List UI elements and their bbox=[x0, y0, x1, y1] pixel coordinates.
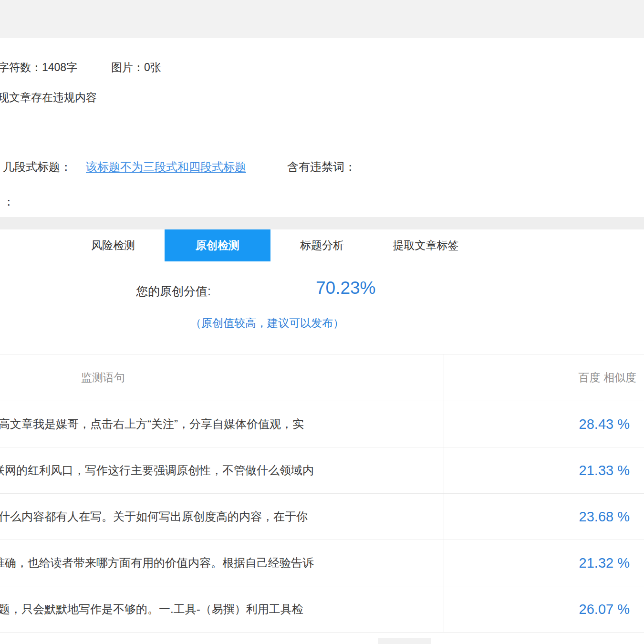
originality-score-value: 70.23% bbox=[316, 278, 376, 298]
similarity-value: 23.68 % bbox=[442, 509, 644, 525]
table-row: 题，只会默默地写作是不够的。一.工具-（易撰）利用工具检 26.07 % bbox=[0, 586, 644, 633]
table-column-divider bbox=[444, 354, 444, 632]
title-analysis-row: 几段式标题： 该标题不为三段式和四段式标题 含有违禁词： bbox=[0, 159, 644, 174]
forbidden-words-label: 含有违禁词： bbox=[287, 159, 356, 175]
top-bar bbox=[0, 0, 644, 38]
violation-status-text: 现文章存在违规内容 bbox=[0, 90, 97, 105]
similarity-value: 28.43 % bbox=[442, 416, 644, 432]
detection-tabs: 风险检测 原创检测 标题分析 提取文章标签 bbox=[0, 229, 644, 261]
tab-originality-detection[interactable]: 原创检测 bbox=[165, 229, 270, 261]
col-header-baidu-similarity: 百度 相似度 bbox=[444, 370, 644, 385]
title-format-label: 几段式标题： bbox=[3, 159, 72, 175]
truncated-field-label: ： bbox=[3, 194, 14, 209]
similarity-value: 26.07 % bbox=[442, 602, 644, 617]
tab-risk-detection[interactable]: 风险检测 bbox=[73, 229, 154, 261]
char-count-label: 字符数：1408字 bbox=[0, 60, 77, 75]
sentence-text: 题，只会默默地写作是不够的。一.工具-（易撰）利用工具检 bbox=[0, 602, 442, 617]
similarity-value: 21.32 % bbox=[437, 555, 644, 571]
table-row: 联网的红利风口，写作这行主要强调原创性，不管做什么领域内 21.33 % bbox=[0, 447, 644, 494]
tab-title-analysis[interactable]: 标题分析 bbox=[281, 229, 363, 261]
partial-bottom-element bbox=[378, 638, 431, 644]
tab-extract-article-tags[interactable]: 提取文章标签 bbox=[377, 229, 475, 261]
image-count-label: 图片：0张 bbox=[111, 60, 161, 75]
sentence-text: 联网的红利风口，写作这行主要强调原创性，不管做什么领域内 bbox=[0, 463, 437, 478]
sentence-text: 高文章我是媒哥，点击右上方“关注”，分享自媒体价值观，实 bbox=[0, 416, 442, 432]
originality-score-label: 您的原创分值: bbox=[136, 283, 211, 299]
similarity-value: 21.33 % bbox=[437, 463, 644, 478]
sentence-text: 什么内容都有人在写。关于如何写出原创度高的内容，在于你 bbox=[0, 509, 442, 524]
page: 字符数：1408字 图片：0张 现文章存在违规内容 几段式标题： 该标题不为三段… bbox=[0, 0, 644, 644]
col-header-monitored-sentence: 监测语句 bbox=[0, 370, 444, 385]
originality-score-advice: （原创值较高，建议可以发布） bbox=[136, 316, 398, 331]
section-divider-band bbox=[0, 217, 644, 229]
table-header-row: 监测语句 百度 相似度 bbox=[0, 354, 644, 401]
table-body: 高文章我是媒哥，点击右上方“关注”，分享自媒体价值观，实 28.43 % 联网的… bbox=[0, 401, 644, 633]
title-format-result-link[interactable]: 该标题不为三段式和四段式标题 bbox=[86, 159, 246, 175]
table-row: 准确，也给读者带来哪方面有用的价值内容。根据自己经验告诉 21.32 % bbox=[0, 540, 644, 586]
sentence-text: 准确，也给读者带来哪方面有用的价值内容。根据自己经验告诉 bbox=[0, 555, 437, 571]
similarity-table: 监测语句 百度 相似度 高文章我是媒哥，点击右上方“关注”，分享自媒体价值观，实… bbox=[0, 354, 644, 633]
table-row: 什么内容都有人在写。关于如何写出原创度高的内容，在于你 23.68 % bbox=[0, 494, 644, 540]
table-row: 高文章我是媒哥，点击右上方“关注”，分享自媒体价值观，实 28.43 % bbox=[0, 401, 644, 447]
